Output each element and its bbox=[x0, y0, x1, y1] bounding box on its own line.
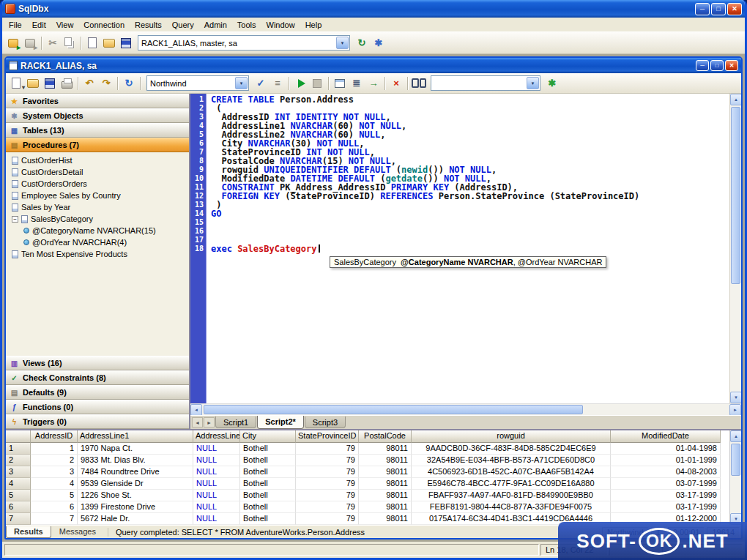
save-file-icon[interactable] bbox=[118, 35, 134, 51]
undo-icon[interactable]: ↶ bbox=[81, 75, 97, 92]
table-row[interactable]: 229833 Mt. Dias Blv.NULLBothell799801132… bbox=[6, 455, 729, 466]
connection-combobox[interactable]: RACK1_ALIAS, master, sa ▼ bbox=[138, 35, 350, 51]
section-procedures[interactable]: ▤Procedures (7) bbox=[6, 138, 189, 152]
column-header-rowguid[interactable]: rowguid bbox=[412, 430, 611, 443]
column-header-city[interactable]: City bbox=[240, 430, 296, 443]
new-script-icon[interactable] bbox=[84, 35, 100, 51]
menu-connection[interactable]: Connection bbox=[78, 18, 130, 31]
results-vertical-scrollbar[interactable]: ▲ ▼ bbox=[729, 430, 741, 525]
tab-script2[interactable]: Script2* bbox=[257, 416, 304, 429]
menu-query[interactable]: Query bbox=[167, 18, 199, 31]
child-maximize-button[interactable]: □ bbox=[710, 60, 724, 71]
highlight-icon[interactable]: ✱ bbox=[544, 75, 560, 92]
tree-item[interactable]: −SalesByCategory bbox=[6, 213, 189, 225]
menu-window[interactable]: Window bbox=[261, 18, 300, 31]
tab-messages[interactable]: Messages bbox=[52, 526, 103, 537]
new-script-menu-icon[interactable] bbox=[8, 75, 24, 92]
column-header-addressid[interactable]: AddressID bbox=[31, 430, 78, 443]
save-icon[interactable] bbox=[42, 75, 58, 92]
section-check-constraints[interactable]: ✓Check Constraints (8) bbox=[6, 370, 189, 385]
menu-tools[interactable]: Tools bbox=[232, 18, 261, 31]
scroll-thumb[interactable] bbox=[731, 444, 740, 476]
database-combobox[interactable]: Northwind ▼ bbox=[146, 75, 249, 91]
export-icon[interactable]: → bbox=[365, 75, 382, 92]
section-views[interactable]: ▥Views (16) bbox=[6, 356, 189, 370]
table-row[interactable]: 449539 Glenside DrNULLBothell7998011E594… bbox=[6, 478, 729, 490]
scroll-thumb[interactable] bbox=[731, 107, 740, 284]
row-number-cell[interactable]: 6 bbox=[6, 501, 31, 513]
child-titlebar[interactable]: RACK1_ALIAS, sa ─ □ ✕ bbox=[6, 58, 741, 73]
tree-item[interactable]: CustOrdersOrders bbox=[6, 178, 189, 190]
disconnect-icon[interactable] bbox=[22, 35, 38, 51]
table-row[interactable]: 337484 Roundtree DriveNULLBothell7998011… bbox=[6, 466, 729, 478]
tab-scroll-left-icon[interactable]: ◄ bbox=[192, 417, 203, 428]
row-number-cell[interactable]: 2 bbox=[6, 455, 31, 466]
column-header-postalcode[interactable]: PostalCode bbox=[359, 430, 412, 443]
section-system-objects[interactable]: ✱System Objects bbox=[6, 108, 189, 123]
row-number-cell[interactable]: 5 bbox=[6, 490, 31, 501]
scroll-track[interactable] bbox=[730, 105, 741, 392]
child-minimize-button[interactable]: ─ bbox=[696, 60, 709, 71]
results-grid-icon[interactable] bbox=[332, 75, 348, 92]
parse-icon[interactable]: ✓ bbox=[253, 75, 269, 92]
menu-edit[interactable]: Edit bbox=[27, 18, 51, 31]
grid-corner-cell[interactable] bbox=[6, 430, 31, 443]
tab-results[interactable]: Results bbox=[6, 526, 51, 538]
scroll-up-icon[interactable]: ▲ bbox=[730, 94, 742, 105]
sql-editor[interactable]: CREATE TABLE Person.Address ( AddressID … bbox=[207, 94, 741, 403]
row-number-cell[interactable]: 3 bbox=[6, 466, 31, 478]
find-icon[interactable] bbox=[411, 75, 427, 92]
row-number-cell[interactable]: 4 bbox=[6, 478, 31, 490]
tree-item[interactable]: Ten Most Expensive Products bbox=[6, 248, 189, 260]
redo-icon[interactable]: ↷ bbox=[98, 75, 114, 92]
tab-script3[interactable]: Script3 bbox=[305, 417, 346, 428]
copy-icon[interactable] bbox=[62, 35, 78, 51]
row-number-cell[interactable]: 7 bbox=[6, 513, 31, 525]
dropdown-arrow-icon[interactable]: ▼ bbox=[336, 37, 349, 49]
table-row[interactable]: 111970 Napa Ct.NULLBothell79980119AADCB0… bbox=[6, 443, 729, 455]
tab-script1[interactable]: Script1 bbox=[215, 417, 256, 428]
refresh-objects-icon[interactable]: ↻ bbox=[354, 35, 370, 51]
column-header-stateprovinceid[interactable]: StateProvinceID bbox=[296, 430, 359, 443]
tree-item[interactable]: @CategoryName NVARCHAR(15) bbox=[6, 225, 189, 236]
minimize-button[interactable]: ─ bbox=[695, 3, 710, 15]
cut-icon[interactable]: ✂ bbox=[45, 35, 61, 51]
section-triggers[interactable]: ϟTriggers (0) bbox=[6, 414, 189, 429]
scroll-track[interactable] bbox=[730, 442, 741, 513]
column-header-addressline1[interactable]: AddressLine1 bbox=[78, 430, 193, 443]
dropdown-arrow-icon[interactable]: ▼ bbox=[235, 77, 248, 89]
collapse-icon[interactable]: − bbox=[12, 216, 18, 223]
execute-icon[interactable] bbox=[292, 75, 308, 92]
column-header-modifieddate[interactable]: ModifiedDate bbox=[611, 430, 721, 443]
table-row[interactable]: 661399 Firestone DriveNULLBothell7998011… bbox=[6, 501, 729, 513]
main-titlebar[interactable]: SqlDbx ─ □ ✕ bbox=[2, 0, 745, 18]
format-icon[interactable]: ≡ bbox=[270, 75, 286, 92]
column-header-addressline2[interactable]: AddressLine2 bbox=[193, 430, 240, 443]
editor-horizontal-scrollbar[interactable]: ◄ ► bbox=[190, 403, 741, 415]
results-text-icon[interactable]: ≣ bbox=[349, 75, 365, 92]
tree-item[interactable]: Employee Sales by Country bbox=[6, 190, 189, 201]
refresh-icon[interactable]: ↻ bbox=[121, 75, 137, 92]
section-tables[interactable]: ▦Tables (13) bbox=[6, 123, 189, 138]
stop-icon[interactable] bbox=[309, 75, 325, 92]
scroll-track[interactable] bbox=[202, 404, 729, 415]
tab-scroll-right-icon[interactable]: ► bbox=[204, 417, 215, 428]
tree-item[interactable]: CustOrdersDetail bbox=[6, 166, 189, 178]
child-close-button[interactable]: ✕ bbox=[725, 60, 738, 71]
tree-item[interactable]: Sales by Year bbox=[6, 201, 189, 213]
maximize-button[interactable]: □ bbox=[711, 3, 726, 15]
menu-admin[interactable]: Admin bbox=[199, 18, 232, 31]
menu-file[interactable]: File bbox=[4, 18, 27, 31]
dropdown-arrow-icon[interactable]: ▼ bbox=[527, 77, 539, 89]
scroll-right-icon[interactable]: ► bbox=[729, 404, 741, 416]
scroll-down-icon[interactable]: ▼ bbox=[730, 392, 742, 403]
section-defaults[interactable]: ▤Defaults (9) bbox=[6, 385, 189, 400]
options-icon[interactable]: ✱ bbox=[371, 35, 387, 51]
section-functions[interactable]: ƒFunctions (0) bbox=[6, 400, 189, 414]
menu-view[interactable]: View bbox=[51, 18, 79, 31]
tree-item[interactable]: CustOrderHist bbox=[6, 154, 189, 166]
row-number-cell[interactable]: 1 bbox=[6, 443, 31, 455]
scroll-up-icon[interactable]: ▲ bbox=[730, 430, 742, 442]
table-row[interactable]: 551226 Shoe St.NULLBothell7998011FBAFF93… bbox=[6, 490, 729, 501]
find-combobox[interactable]: ▼ bbox=[431, 75, 540, 91]
